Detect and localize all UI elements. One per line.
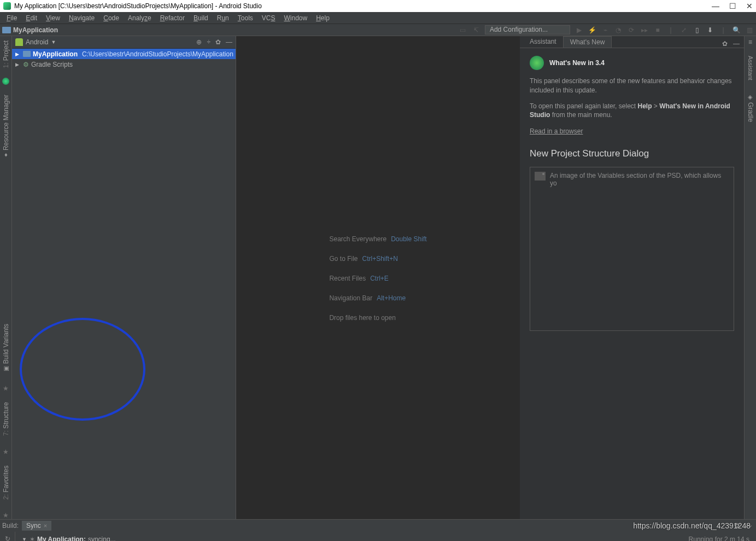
hide-button[interactable]: — [226, 38, 232, 46]
menu-refactor[interactable]: Refactor [156, 13, 189, 23]
section-heading: New Project Structure Dialog [530, 148, 734, 159]
editor-area[interactable]: Search EverywhereDouble Shift Go to File… [236, 36, 520, 519]
stop-icon[interactable]: ■ [653, 26, 662, 34]
separator: | [719, 26, 728, 34]
read-in-browser-link[interactable]: Read in a browser [530, 127, 583, 135]
layout-icon[interactable]: ▥ [745, 26, 754, 34]
build-label: Build: [2, 522, 19, 530]
avd-manager-icon[interactable]: ▯ [693, 26, 701, 34]
menubar: File Edit View Navigate Code Analyze Ref… [0, 12, 756, 24]
attach-debugger-icon[interactable]: ▸▸ [640, 26, 649, 34]
back-arrow-icon[interactable]: ↸ [472, 26, 480, 34]
separator: | [666, 26, 675, 34]
tip-label: Navigation Bar [329, 294, 372, 302]
run-icon[interactable]: ▶ [575, 26, 583, 34]
tab-structure[interactable]: 7: Structure [2, 399, 10, 439]
star-icon: ★ [3, 511, 9, 519]
target-icon[interactable]: ⊕ [196, 38, 202, 46]
tab-gradle-side[interactable]: ◈ Gradle [747, 90, 754, 125]
menu-file[interactable]: File [2, 13, 21, 23]
window-titlebar: My Application [C:\Users\bestr\AndroidSt… [0, 0, 756, 12]
menu-window[interactable]: Window [279, 13, 312, 23]
coverage-icon[interactable]: ⟳ [627, 26, 636, 34]
project-tree[interactable]: ▶ MyApplication C:\Users\bestr\AndroidSt… [12, 49, 236, 519]
tab-build-variants[interactable]: ▣ Build Variants [2, 321, 10, 376]
device-selector-icon[interactable]: ▭ [459, 26, 467, 34]
search-icon[interactable]: 🔍 [732, 26, 741, 34]
window-minimize-icon[interactable]: — [712, 2, 719, 10]
debug-icon[interactable]: ⌁ [601, 26, 610, 34]
menu-icon[interactable]: ≡ [748, 38, 752, 46]
hide-button[interactable]: — [733, 40, 740, 48]
breadcrumb-project: MyApplication [13, 26, 58, 34]
tab-whatsnew[interactable]: What's New [563, 36, 612, 48]
profile-icon[interactable]: ◔ [614, 26, 623, 34]
right-tool-gutter: ≡ Assistant ◈ Gradle [744, 36, 756, 519]
left-tool-gutter: 1: Project ♦ Resource Manager ▣ Build Va… [0, 36, 12, 519]
tree-gradle-scripts[interactable]: ▶ ⚙ Gradle Scripts [12, 59, 236, 69]
restart-icon[interactable]: ↻ [5, 535, 10, 541]
navigation-toolbar: MyApplication ▭ ↸ Add Configuration... ▶… [0, 24, 756, 36]
menu-view[interactable]: View [42, 13, 65, 23]
menu-edit[interactable]: Edit [21, 13, 42, 23]
build-side-icons: ↻ 📌 [0, 532, 15, 541]
menu-build[interactable]: Build [189, 13, 213, 23]
sync-gradle-icon[interactable]: ⤢ [679, 26, 688, 34]
image-alt-text: An image of the Variables section of the… [550, 172, 729, 187]
project-view-selector[interactable]: Android [26, 38, 48, 46]
build-tab-sync[interactable]: Sync× [22, 521, 51, 531]
menu-tools[interactable]: Tools [233, 13, 257, 23]
whatsnew-para2: To open this panel again later, select H… [530, 102, 734, 120]
sdk-manager-icon[interactable]: ⬇ [706, 26, 714, 34]
chevron-down-icon[interactable]: ▼ [51, 39, 56, 45]
star-icon: ★ [3, 385, 9, 392]
app-logo-icon [3, 2, 11, 10]
tree-expand-icon[interactable]: ▶ [15, 51, 21, 57]
breadcrumb[interactable]: MyApplication [2, 26, 58, 34]
tree-item-label: Gradle Scripts [31, 61, 73, 68]
build-tree[interactable]: ▼✶My Application: syncing...Running for … [15, 532, 756, 541]
tip-label: Drop files here to open [329, 314, 395, 322]
folder-icon [2, 27, 11, 33]
star-icon: ★ [3, 448, 9, 456]
project-header: Android ▼ ⊕ ÷ ✿ — [12, 36, 236, 49]
menu-run[interactable]: Run [213, 13, 233, 23]
tab-assistant[interactable]: Assistant [523, 36, 563, 48]
menu-help[interactable]: Help [312, 13, 334, 23]
watermark: https://blog.csdn.net/qq_42391248 [633, 521, 751, 530]
add-configuration-dropdown[interactable]: Add Configuration... [485, 25, 570, 34]
editor-tips: Search EverywhereDouble Shift Go to File… [329, 234, 426, 322]
window-maximize-icon[interactable]: ☐ [729, 2, 736, 10]
whatsnew-title: What's New in 3.4 [530, 56, 734, 70]
tree-expand-icon[interactable]: ▶ [15, 62, 21, 67]
tree-root[interactable]: ▶ MyApplication C:\Users\bestr\AndroidSt… [12, 49, 236, 59]
menu-navigate[interactable]: Navigate [65, 13, 99, 23]
expand-icon[interactable]: ÷ [207, 38, 210, 46]
gradle-icon: ⚙ [23, 61, 29, 68]
window-close-icon[interactable]: ✕ [746, 2, 753, 10]
tip-shortcut: Alt+Home [377, 294, 406, 302]
menu-analyze[interactable]: Analyze [124, 13, 156, 23]
tip-label: Search Everywhere [329, 235, 386, 243]
tab-favorites[interactable]: 2: Favorites [2, 462, 10, 503]
whatsnew-para1: This panel describes some of the new fea… [530, 77, 734, 95]
apply-changes-icon[interactable]: ⚡ [588, 26, 596, 34]
image-placeholder: An image of the Variables section of the… [530, 167, 734, 331]
tip-shortcut: Ctrl+Shift+N [362, 255, 397, 263]
tip-shortcut: Ctrl+E [370, 275, 389, 282]
tree-root-path: C:\Users\bestr\AndroidStudioProjects\MyA… [82, 50, 233, 58]
window-title: My Application [C:\Users\bestr\AndroidSt… [14, 2, 262, 10]
menu-code[interactable]: Code [99, 13, 124, 23]
gear-icon[interactable]: ✿ [722, 40, 728, 48]
assistant-panel: Assistant What's New ✿ — What's New in 3… [520, 36, 744, 519]
gear-icon[interactable]: ✿ [215, 38, 221, 46]
tip-shortcut: Double Shift [391, 235, 426, 243]
tree-root-label: MyApplication [33, 50, 78, 58]
close-icon[interactable]: × [44, 522, 47, 529]
tab-resource-manager[interactable]: ♦ Resource Manager [2, 91, 10, 162]
tip-label: Go to File [329, 255, 358, 263]
menu-vcs[interactable]: VCS [257, 13, 280, 23]
tab-project[interactable]: 1: Project [2, 37, 10, 71]
tab-assistant-side[interactable]: Assistant [747, 53, 754, 84]
android-icon [15, 38, 23, 46]
